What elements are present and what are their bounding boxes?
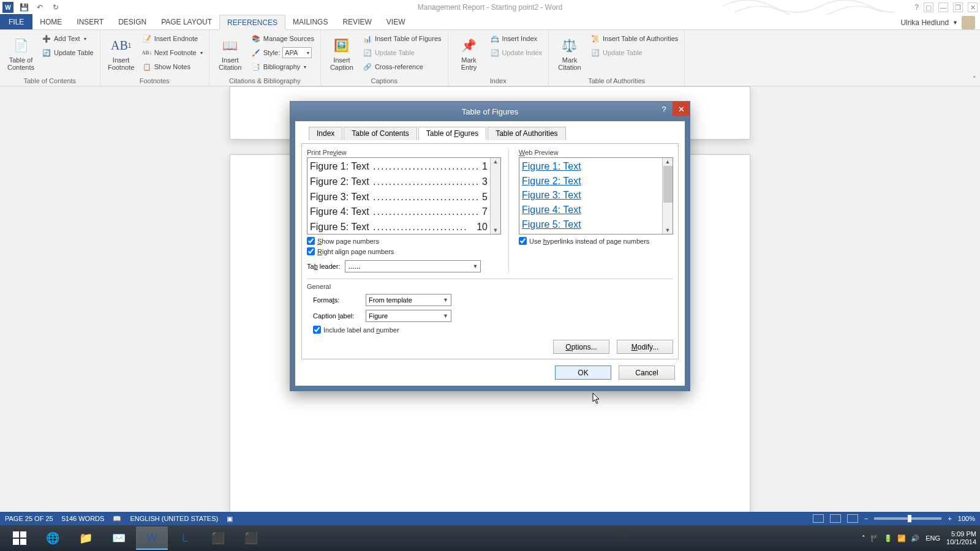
checkbox[interactable] <box>313 326 321 334</box>
dialog-tab-toc[interactable]: Table of Contents <box>344 127 417 140</box>
taskbar-lync-icon[interactable]: L <box>169 527 201 550</box>
minimize-icon[interactable]: — <box>938 2 948 12</box>
language-indicator[interactable]: ENGLISH (UNITED STATES) <box>130 515 218 522</box>
tray-up-icon[interactable]: ˄ <box>862 534 865 542</box>
start-button[interactable] <box>4 527 36 550</box>
insert-footnote-button[interactable]: AB1 Insert Footnote <box>105 32 137 74</box>
ribbon-display-icon[interactable]: ▢ <box>924 2 933 12</box>
update-toa-button[interactable]: 🔄Update Table <box>589 47 679 59</box>
next-footnote-button[interactable]: AB↓Next Footnote▾ <box>141 47 204 59</box>
taskbar-clock[interactable]: 5:09 PM 10/1/2014 <box>946 530 976 546</box>
preview-scrollbar[interactable]: ▲▼ <box>662 158 673 234</box>
taskbar-app-icon[interactable]: ⬛ <box>235 527 267 550</box>
ok-button[interactable]: OK <box>555 365 611 380</box>
manage-sources-button[interactable]: 📚Manage Sources <box>250 32 315 45</box>
dialog-tab-toa[interactable]: Table of Authorities <box>488 127 565 140</box>
checkbox[interactable] <box>307 247 315 255</box>
tray-network-icon[interactable]: 📶 <box>897 534 906 542</box>
modify-button[interactable]: Modify... <box>617 340 673 354</box>
zoom-in-icon[interactable]: + <box>948 515 951 522</box>
add-text-button[interactable]: ➕Add Text▾ <box>40 32 95 45</box>
tab-home[interactable]: HOME <box>32 14 69 29</box>
checkbox[interactable] <box>519 237 527 245</box>
bibliography-button[interactable]: 📑Bibliography▾ <box>250 61 315 73</box>
taskbar-explorer-icon[interactable]: 📁 <box>70 527 102 550</box>
tab-leader-dropdown[interactable]: ......▼ <box>345 260 481 272</box>
taskbar-ie-icon[interactable]: 🌐 <box>37 527 69 550</box>
cancel-button[interactable]: Cancel <box>619 365 675 380</box>
insert-citation-button[interactable]: 📖 Insert Citation <box>214 32 246 74</box>
scroll-down-icon[interactable]: ▼ <box>492 227 499 234</box>
read-mode-icon[interactable] <box>813 514 824 523</box>
zoom-slider[interactable] <box>874 517 941 520</box>
close-window-icon[interactable]: ✕ <box>968 2 978 12</box>
tab-insert[interactable]: INSERT <box>69 14 111 29</box>
avatar <box>962 16 975 29</box>
group-label: Captions <box>326 76 443 84</box>
insert-toa-button[interactable]: 📜Insert Table of Authorities <box>589 32 679 45</box>
tab-view[interactable]: VIEW <box>379 14 413 29</box>
citation-style-dropdown[interactable]: 🖌️ Style: APA▾ <box>250 47 315 59</box>
scroll-up-icon[interactable]: ▲ <box>492 158 499 165</box>
insert-endnote-button[interactable]: 📝Insert Endnote <box>141 32 204 45</box>
web-layout-icon[interactable] <box>847 514 858 523</box>
insert-index-button[interactable]: 📇Insert Index <box>489 32 543 45</box>
dialog-tab-index[interactable]: Index <box>309 127 342 140</box>
dialog-titlebar[interactable]: Table of Figures ? ✕ <box>290 102 690 121</box>
tab-page-layout[interactable]: PAGE LAYOUT <box>154 14 219 29</box>
cross-reference-button[interactable]: 🔗Cross-reference <box>361 61 443 73</box>
page-indicator[interactable]: PAGE 25 OF 25 <box>5 515 53 522</box>
tab-design[interactable]: DESIGN <box>111 14 154 29</box>
update-toc-button[interactable]: 🔄Update Table <box>40 47 95 59</box>
taskbar-word-icon[interactable]: W <box>136 527 168 550</box>
help-icon[interactable]: ? <box>914 3 919 12</box>
insert-table-of-figures-button[interactable]: 📊Insert Table of Figures <box>361 32 443 45</box>
word-count[interactable]: 5146 WORDS <box>62 515 105 522</box>
maximize-icon[interactable]: ❐ <box>953 2 963 12</box>
zoom-out-icon[interactable]: − <box>864 515 868 522</box>
redo-icon[interactable]: ↻ <box>50 2 61 13</box>
user-area[interactable]: Ulrika Hedlund ▼ <box>900 16 975 29</box>
checkbox[interactable] <box>307 237 315 245</box>
show-page-numbers-checkbox[interactable]: Show page numbers <box>307 237 501 245</box>
zoom-level[interactable]: 100% <box>958 515 975 522</box>
proofing-icon[interactable]: 📖 <box>113 515 121 523</box>
system-tray[interactable]: ˄ 🏴 🔋 📶 🔊 <box>862 534 919 542</box>
tab-review[interactable]: REVIEW <box>335 14 379 29</box>
tab-mailings[interactable]: MAILINGS <box>285 14 335 29</box>
options-button[interactable]: Options... <box>553 340 609 354</box>
tray-flag-icon[interactable]: 🏴 <box>870 534 879 542</box>
update-index-button[interactable]: 🔄Update Index <box>489 47 543 59</box>
table-of-contents-button[interactable]: 📄 Table of Contents <box>5 32 37 74</box>
taskbar-outlook-icon[interactable]: ✉️ <box>103 527 135 550</box>
use-hyperlinks-checkbox[interactable]: Use hyperlinks instead of page numbers <box>519 237 673 245</box>
tab-references[interactable]: REFERENCES <box>219 15 285 30</box>
undo-icon[interactable]: ↶ <box>34 2 45 13</box>
right-align-checkbox[interactable]: Right align page numbers <box>307 247 501 255</box>
insert-caption-button[interactable]: 🖼️ Insert Caption <box>326 32 358 74</box>
collapse-ribbon-icon[interactable]: ˄ <box>973 75 976 83</box>
save-icon[interactable]: 💾 <box>18 2 29 13</box>
mark-entry-button[interactable]: 📌 Mark Entry <box>453 32 485 74</box>
mark-citation-button[interactable]: ⚖️ Mark Citation <box>554 32 586 74</box>
include-label-checkbox[interactable]: Include label and number <box>313 326 673 334</box>
formats-dropdown[interactable]: From template▼ <box>366 294 451 306</box>
preview-scrollbar[interactable]: ▲▼ <box>490 158 500 234</box>
macro-icon[interactable]: ▣ <box>227 515 233 523</box>
dialog-close-icon[interactable]: ✕ <box>673 102 690 116</box>
show-notes-button[interactable]: 📋Show Notes <box>141 61 204 73</box>
dialog-tab-tof[interactable]: Table of Figures <box>418 127 486 140</box>
taskbar-app-icon[interactable]: ⬛ <box>202 527 234 550</box>
update-tof-button[interactable]: 🔄Update Table <box>361 47 443 59</box>
scroll-thumb[interactable] <box>663 166 673 203</box>
tray-volume-icon[interactable]: 🔊 <box>911 534 919 542</box>
scroll-up-icon[interactable]: ▲ <box>665 158 671 165</box>
tab-file[interactable]: FILE <box>0 14 32 29</box>
dialog-help-icon[interactable]: ? <box>655 102 673 116</box>
scroll-down-icon[interactable]: ▼ <box>665 227 671 234</box>
keyboard-language[interactable]: ENG <box>925 534 940 542</box>
print-layout-icon[interactable] <box>830 514 841 523</box>
caption-label-dropdown[interactable]: Figure▼ <box>366 310 451 322</box>
tray-battery-icon[interactable]: 🔋 <box>884 534 892 542</box>
pv-item: Figure 1: Text <box>310 159 369 174</box>
